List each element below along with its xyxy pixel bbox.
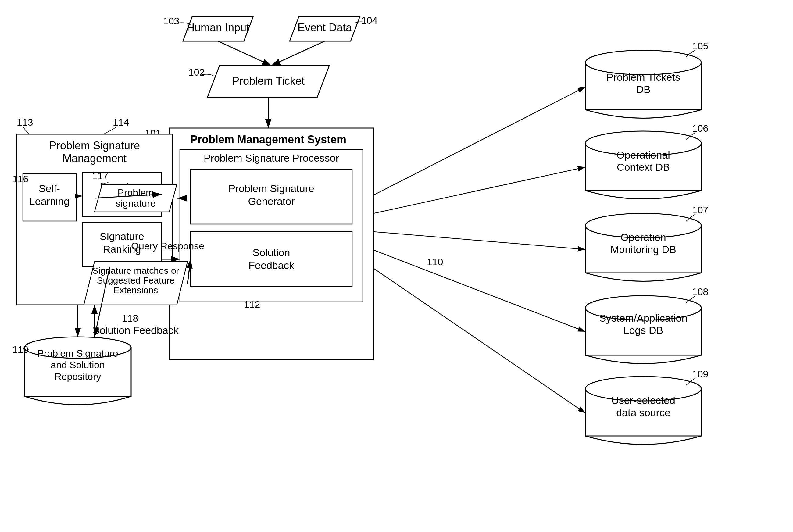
svg-text:114: 114 — [113, 117, 129, 128]
svg-text:DB: DB — [636, 83, 650, 95]
svg-text:Solution: Solution — [253, 247, 290, 258]
svg-text:Self-: Self- — [39, 183, 60, 194]
svg-text:Problem Ticket: Problem Ticket — [232, 75, 305, 87]
svg-text:Suggested Feature: Suggested Feature — [97, 275, 174, 285]
svg-text:102: 102 — [188, 67, 205, 78]
svg-text:Learning: Learning — [29, 195, 70, 207]
svg-text:signature: signature — [116, 198, 156, 209]
svg-text:Signature matches or: Signature matches or — [92, 266, 179, 276]
svg-text:Problem Signature: Problem Signature — [228, 183, 314, 194]
svg-text:112: 112 — [244, 299, 260, 310]
svg-text:Monitoring DB: Monitoring DB — [610, 244, 676, 255]
svg-line-96 — [374, 232, 585, 249]
svg-text:Feedback: Feedback — [248, 260, 294, 271]
svg-line-97 — [374, 250, 585, 332]
svg-line-6 — [218, 41, 271, 65]
diagram: Human Input 103 Event Data 104 Problem T… — [0, 0, 793, 532]
svg-line-95 — [374, 167, 585, 213]
svg-text:109: 109 — [692, 368, 708, 380]
svg-text:Context DB: Context DB — [617, 161, 670, 173]
svg-text:Problem Signature Processor: Problem Signature Processor — [204, 152, 339, 164]
svg-text:Operation: Operation — [620, 231, 666, 243]
svg-line-98 — [374, 268, 585, 413]
svg-text:data source: data source — [616, 407, 671, 418]
svg-text:108: 108 — [692, 286, 708, 297]
svg-text:Problem Management System: Problem Management System — [190, 133, 346, 146]
svg-text:118: 118 — [122, 313, 138, 324]
svg-text:117: 117 — [92, 170, 108, 182]
svg-text:Generator: Generator — [248, 195, 295, 207]
svg-text:and Solution: and Solution — [51, 359, 105, 370]
svg-text:Problem Signature: Problem Signature — [37, 348, 118, 359]
svg-text:107: 107 — [692, 205, 708, 215]
svg-text:105: 105 — [692, 41, 708, 52]
svg-text:System/Application: System/Application — [599, 312, 687, 324]
svg-text:106: 106 — [692, 123, 708, 134]
svg-text:Repository: Repository — [55, 371, 101, 382]
svg-text:Event Data: Event Data — [298, 21, 352, 34]
svg-text:119: 119 — [12, 344, 29, 355]
svg-text:Operational: Operational — [617, 149, 670, 161]
svg-text:Problem Tickets: Problem Tickets — [606, 71, 680, 83]
svg-text:Human Input: Human Input — [187, 21, 249, 34]
svg-text:113: 113 — [17, 117, 33, 128]
svg-text:Management: Management — [62, 152, 127, 165]
svg-line-94 — [374, 87, 585, 195]
svg-point-59 — [585, 50, 701, 75]
svg-text:Logs DB: Logs DB — [623, 324, 663, 336]
svg-text:User-selected: User-selected — [611, 395, 675, 406]
svg-text:Problem Signature: Problem Signature — [49, 139, 140, 152]
svg-rect-21 — [191, 232, 352, 287]
svg-line-7 — [271, 41, 325, 65]
svg-text:Extensions: Extensions — [113, 285, 158, 295]
svg-text:116: 116 — [12, 173, 29, 185]
svg-text:Query Response: Query Response — [131, 241, 204, 251]
diagram-svg: Human Input 103 Event Data 104 Problem T… — [0, 0, 793, 532]
svg-text:103: 103 — [163, 16, 179, 26]
svg-text:104: 104 — [361, 15, 377, 26]
svg-text:Solution Feedback: Solution Feedback — [93, 324, 179, 336]
svg-text:110: 110 — [427, 256, 443, 267]
